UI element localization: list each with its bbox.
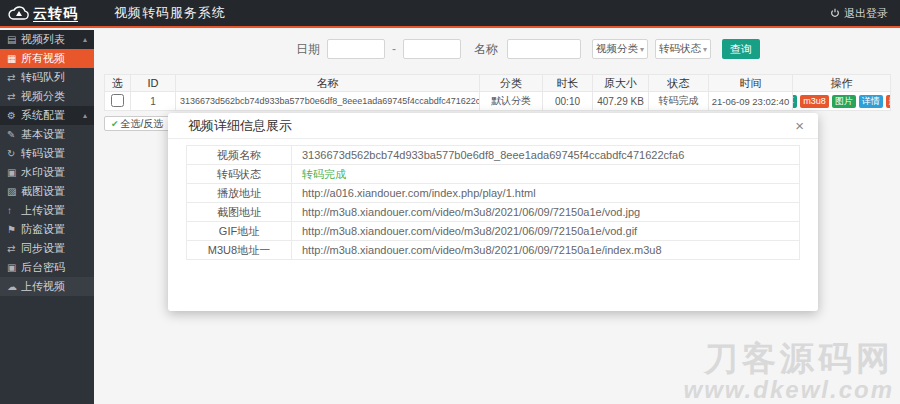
close-icon[interactable]: × <box>795 118 804 133</box>
detail-row-screenshot-url: 截图地址 http://m3u8.xiandouer.com/video/m3u… <box>187 203 800 222</box>
sidebar-item-all-videos[interactable]: ▦ 所有视频 <box>0 49 94 68</box>
detail-row-play-url: 播放地址 http://a016.xiandouer.com/index.php… <box>187 184 800 203</box>
row-status: 转码完成 <box>649 92 709 111</box>
col-status: 状态 <box>649 75 709 92</box>
logo-text: 云转码 <box>33 5 78 22</box>
exchange-icon: ⇄ <box>7 91 21 102</box>
col-duration: 时长 <box>543 75 593 92</box>
detail-row-gif-url: GIF地址 http://m3u8.xiandouer.com/video/m3… <box>187 222 800 241</box>
sidebar-item-upload-video[interactable]: ☁ 上传视频 <box>0 277 94 296</box>
top-header: 云转码 视频转码服务系统 退出登录 <box>0 0 900 28</box>
search-button[interactable]: 查询 <box>722 39 760 59</box>
name-input[interactable] <box>507 39 581 59</box>
sidebar-section-system-config[interactable]: ⚙ 系统配置 ▴ <box>0 106 94 125</box>
cloud-logo-icon <box>8 5 30 21</box>
sidebar-item-sync-settings[interactable]: ⇄ 同步设置 <box>0 239 94 258</box>
gif-url-value: http://m3u8.xiandouer.com/video/m3u8/202… <box>292 222 800 241</box>
sidebar-item-watermark-settings[interactable]: ▣ 水印设置 <box>0 163 94 182</box>
detail-row-name: 视频名称 3136673d562bcb74d933ba577b0e6df8_8e… <box>187 146 800 165</box>
image-button[interactable]: 图片 <box>832 95 856 108</box>
grid-icon: ▦ <box>7 53 21 64</box>
exchange-icon: ⇄ <box>7 243 21 254</box>
image-icon: ▨ <box>7 186 21 197</box>
details-button[interactable]: 详情 <box>859 95 883 108</box>
video-name-value: 3136673d562bcb74d933ba577b0e6df8_8eee1ad… <box>292 146 800 165</box>
col-name: 名称 <box>176 75 480 92</box>
sidebar: ▤ 视频列表 ▴ ▦ 所有视频 ⇄ 转码队列 ⇄ 视频分类 ⚙ 系统配置 ▴ ✎… <box>0 30 94 404</box>
film-icon: ▤ <box>7 34 21 45</box>
chevron-down-icon: ▾ <box>703 45 707 54</box>
cloud-upload-icon: ☁ <box>7 281 21 292</box>
delete-button[interactable]: 删除 <box>886 95 891 108</box>
power-icon <box>830 8 840 18</box>
play-url-value: http://a016.xiandouer.com/index.php/play… <box>292 184 800 203</box>
logout-button[interactable]: 退出登录 <box>830 6 888 21</box>
page-title: 视频转码服务系统 <box>114 4 226 22</box>
table-row: 1 3136673d562bcb74d933ba577b0e6df8_8eee1… <box>105 92 891 111</box>
row-checkbox[interactable] <box>111 94 124 107</box>
upload-icon: ↑ <box>7 205 21 216</box>
chevron-up-icon: ▴ <box>83 111 87 120</box>
filter-bar: 日期 - 名称 视频分类 ▾ 转码状态 ▾ 查询 <box>296 30 900 60</box>
row-size: 407.29 KB <box>593 92 649 111</box>
chevron-down-icon: ▾ <box>640 45 644 54</box>
app-logo: 云转码 <box>0 5 100 22</box>
col-category: 分类 <box>480 75 543 92</box>
pencil-icon: ✎ <box>7 129 21 140</box>
row-name: 3136673d562bcb74d933ba577b0e6df8_8eee1ad… <box>176 92 480 111</box>
video-detail-modal: 视频详细信息展示 × 视频名称 3136673d562bcb74d933ba57… <box>168 113 818 311</box>
stamp-icon: ▣ <box>7 167 21 178</box>
check-icon: ✔ <box>111 119 119 129</box>
col-time: 时间 <box>709 75 793 92</box>
sidebar-item-hotlink-settings[interactable]: ⚑ 防盗设置 <box>0 220 94 239</box>
sidebar-item-transcode-queue[interactable]: ⇄ 转码队列 <box>0 68 94 87</box>
col-id: ID <box>131 75 176 92</box>
gear-icon: ⚙ <box>7 110 21 121</box>
sidebar-item-upload-settings[interactable]: ↑ 上传设置 <box>0 201 94 220</box>
select-all-button[interactable]: ✔ 全选/反选 <box>104 116 170 131</box>
date-to-input[interactable] <box>403 39 461 59</box>
sidebar-item-transcode-settings[interactable]: ↻ 转码设置 <box>0 144 94 163</box>
col-actions: 操作 <box>793 75 891 92</box>
detail-row-m3u8-url: M3U8地址一 http://m3u8.xiandouer.com/video/… <box>187 241 800 260</box>
row-category: 默认分类 <box>480 92 543 111</box>
date-from-input[interactable] <box>327 39 385 59</box>
row-time: 21-06-09 23:02:40 <box>709 92 793 111</box>
sidebar-item-screenshot-settings[interactable]: ▨ 截图设置 <box>0 182 94 201</box>
sidebar-item-basic-settings[interactable]: ✎ 基本设置 <box>0 125 94 144</box>
sidebar-section-video-list[interactable]: ▤ 视频列表 ▴ <box>0 30 94 49</box>
watermark-url: www.dkewl.com <box>684 378 895 402</box>
logout-label: 退出登录 <box>844 6 888 21</box>
video-detail-table: 视频名称 3136673d562bcb74d933ba577b0e6df8_8e… <box>186 145 800 260</box>
watermark-text: 刀客源码网 <box>684 341 895 375</box>
date-label: 日期 <box>296 41 320 58</box>
sidebar-item-video-categories[interactable]: ⇄ 视频分类 <box>0 87 94 106</box>
flag-icon: ⚑ <box>7 224 21 235</box>
screenshot-url-value: http://m3u8.xiandouer.com/video/m3u8/202… <box>292 203 800 222</box>
exchange-icon: ⇄ <box>7 72 21 83</box>
name-label: 名称 <box>474 41 498 58</box>
video-table: 选 ID 名称 分类 时长 原大小 状态 时间 操作 1 3136673d562… <box>104 74 891 111</box>
site-watermark: 刀客源码网 www.dkewl.com <box>684 341 895 402</box>
sidebar-item-admin-password[interactable]: ▣ 后台密码 <box>0 258 94 277</box>
category-select[interactable]: 视频分类 ▾ <box>592 39 648 59</box>
date-range-separator: - <box>392 42 396 56</box>
m3u8-button[interactable]: m3u8 <box>800 95 829 108</box>
refresh-icon: ↻ <box>7 148 21 159</box>
modal-header: 视频详细信息展示 × <box>168 113 818 139</box>
share-button[interactable]: 分享 <box>793 95 798 108</box>
detail-row-status: 转码状态 转码完成 <box>187 165 800 184</box>
row-duration: 00:10 <box>543 92 593 111</box>
col-size: 原大小 <box>593 75 649 92</box>
col-select: 选 <box>105 75 131 92</box>
key-icon: ▣ <box>7 262 21 273</box>
m3u8-url-value: http://m3u8.xiandouer.com/video/m3u8/202… <box>292 241 800 260</box>
chevron-up-icon: ▴ <box>83 35 87 44</box>
status-select[interactable]: 转码状态 ▾ <box>655 39 711 59</box>
row-actions: 分享 m3u8 图片 详情 删除 <box>793 95 890 108</box>
modal-title: 视频详细信息展示 <box>188 117 292 135</box>
transcode-status-value: 转码完成 <box>292 165 800 184</box>
table-header-row: 选 ID 名称 分类 时长 原大小 状态 时间 操作 <box>105 75 891 92</box>
sidebar-filler <box>0 296 94 404</box>
row-id: 1 <box>131 92 176 111</box>
